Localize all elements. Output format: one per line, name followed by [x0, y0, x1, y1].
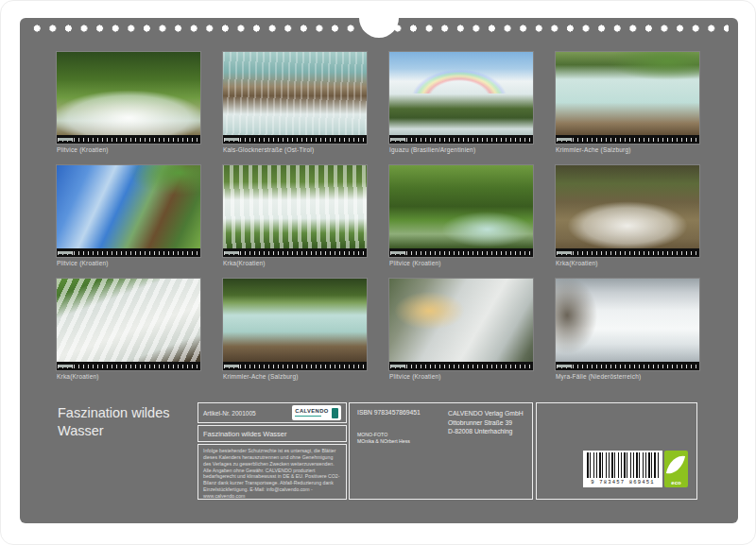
photo-caption: Iguazu (Brasilien/Argentinien)	[389, 146, 533, 153]
waterfall-photo	[389, 279, 533, 370]
mini-date-strip	[57, 135, 200, 144]
mini-date-strip	[57, 248, 200, 257]
thumbnail-row: Plitvice (Kroatien) Kals-Glocknerstraße …	[57, 52, 699, 153]
waterfall-photo	[57, 165, 200, 257]
thumbnail-row: Krka(Kroatien) Krimmler-Ache (Salzburg) …	[57, 279, 699, 380]
ean-barcode: 9 783457 869451	[583, 451, 662, 487]
mini-date-strip	[389, 362, 533, 370]
calendar-thumbnail: Krka(Kroatien)	[556, 165, 699, 266]
calendar-product-image: Plitvice (Kroatien) Kals-Glocknerstraße …	[0, 0, 756, 545]
calendar-thumbnail: Krka(Kroatien)	[57, 279, 200, 380]
calendar-thumbnail: Iguazu (Brasilien/Argentinien)	[389, 52, 533, 153]
eco-label: eco	[664, 479, 688, 486]
calvendo-logo-wordmark: CALVENDO	[295, 409, 328, 415]
photo-caption: Krimmler-Ache (Salzburg)	[556, 146, 699, 153]
calendar-thumbnail: Plitvice (Kroatien)	[389, 279, 533, 380]
barcode-bars	[587, 452, 659, 478]
waterfall-photo	[57, 279, 200, 370]
photo-caption: Plitvice (Kroatien)	[389, 260, 533, 266]
calendar-thumbnail: Plitvice (Kroatien)	[389, 165, 533, 266]
thumbnail-row: Plitvice (Kroatien) Krka(Kroatien) Plitv…	[57, 165, 699, 266]
photo-caption: Krka(Kroatien)	[223, 260, 367, 266]
publisher-name: CALVENDO Verlag GmbH	[448, 409, 524, 418]
calendar-thumbnail: Krimmler-Ache (Salzburg)	[223, 279, 367, 380]
publisher-street: Ottobrunner Straße 39	[448, 418, 524, 428]
waterfall-photo	[57, 52, 200, 144]
publisher-city: D-82008 Unterhaching	[448, 427, 524, 436]
product-title: Faszination wildes Wasser	[203, 430, 287, 438]
waterfall-photo	[223, 279, 367, 370]
product-title-box: Faszination wildes Wasser	[198, 425, 347, 442]
calvendo-logo-tagline-line	[295, 416, 321, 417]
waterfall-photo	[223, 165, 367, 257]
photo-caption: Plitvice (Kroatien)	[389, 373, 533, 380]
waterfall-photo	[223, 52, 367, 144]
publisher-info-box: ISBN 9783457869451 MONO-FOTO MOnika & NO…	[349, 402, 533, 500]
calvendo-logo: CALVENDO	[292, 405, 341, 420]
mini-date-strip	[556, 362, 699, 370]
photo-caption: Plitvice (Kroatien)	[57, 260, 200, 266]
thumbnail-grid: Plitvice (Kroatien) Kals-Glocknerstraße …	[57, 52, 699, 392]
mini-date-strip	[223, 135, 367, 144]
photographer-credit: MONO-FOTO MOnika & NOrbert Hess	[357, 432, 438, 446]
waterfall-photo	[556, 52, 699, 144]
info-left-column: Artikel-Nr. 2001005 CALVENDO Faszination…	[198, 402, 347, 502]
calendar-thumbnail: Krka(Kroatien)	[223, 165, 367, 266]
mini-date-strip	[389, 248, 533, 257]
hanger-notch	[359, 0, 399, 38]
photo-caption: Myra-Fälle (Niederösterreich)	[556, 373, 699, 380]
calvendo-logo-text-column: CALVENDO	[295, 409, 328, 417]
isbn-column: ISBN 9783457869451 MONO-FOTO MOnika & NO…	[357, 409, 438, 493]
mini-date-strip	[556, 248, 699, 257]
photo-caption: Krka(Kroatien)	[57, 373, 200, 380]
article-number: Artikel-Nr. 2001005	[203, 410, 256, 417]
calvendo-book-icon	[332, 408, 338, 418]
waterfall-photo	[389, 165, 533, 257]
mini-date-strip	[556, 135, 699, 144]
mini-date-strip	[223, 248, 367, 257]
barcode-box: 9 783457 869451 eco	[536, 402, 697, 500]
calendar-title: Faszination wildes Wasser	[58, 404, 195, 440]
mini-date-strip	[389, 135, 533, 144]
calendar-thumbnail: Plitvice (Kroatien)	[57, 52, 200, 153]
mini-date-strip	[57, 362, 200, 370]
article-number-box: Artikel-Nr. 2001005 CALVENDO	[198, 402, 347, 423]
photographer-names: MOnika & NOrbert Hess	[357, 438, 438, 445]
barcode-digits: 9 783457 869451	[587, 478, 659, 487]
calendar-thumbnail: Kals-Glocknerstraße (Ost-Tirol)	[223, 52, 367, 153]
calendar-thumbnail: Plitvice (Kroatien)	[57, 165, 200, 266]
photo-caption: Krka(Kroatien)	[556, 260, 699, 266]
isbn-number: ISBN 9783457869451	[357, 409, 438, 416]
legal-text-box: Infolge bestehender Schutzrechte ist es …	[198, 444, 347, 500]
photo-caption: Krimmler-Ache (Salzburg)	[223, 373, 367, 380]
photographer-brand: MONO-FOTO	[357, 432, 438, 438]
waterfall-photo	[556, 165, 699, 257]
waterfall-photo	[556, 279, 699, 370]
legal-text: Infolge bestehender Schutzrechte ist es …	[203, 448, 339, 499]
waterfall-photo	[389, 52, 533, 144]
leaf-icon	[666, 453, 685, 477]
publisher-address: CALVENDO Verlag GmbH Ottobrunner Straße …	[448, 409, 524, 493]
calendar-thumbnail: Krimmler-Ache (Salzburg)	[556, 52, 699, 153]
eco-logo: eco	[664, 451, 688, 487]
mini-date-strip	[223, 362, 367, 370]
calendar-thumbnail: Myra-Fälle (Niederösterreich)	[556, 279, 699, 380]
photo-caption: Kals-Glocknerstraße (Ost-Tirol)	[223, 146, 367, 153]
photo-caption: Plitvice (Kroatien)	[57, 146, 200, 153]
calendar-back-cover: Plitvice (Kroatien) Kals-Glocknerstraße …	[20, 18, 738, 523]
